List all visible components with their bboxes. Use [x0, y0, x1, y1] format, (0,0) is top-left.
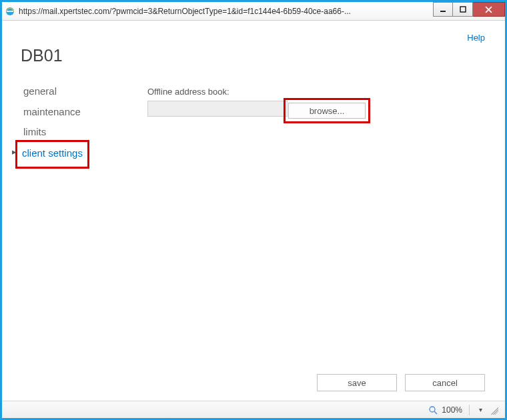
svg-rect-2 [440, 11, 446, 12]
highlight-client-settings: client settings [18, 143, 87, 167]
sidebar-item-client-settings[interactable]: client settings [19, 143, 83, 164]
zoom-dropdown-arrow[interactable]: ▾ [476, 405, 485, 415]
app-window: https://mail.xpertstec.com/?pwmcid=3&Ret… [0, 0, 507, 420]
save-button[interactable]: save [317, 374, 397, 391]
body-row: general maintenance limits client settin… [21, 81, 485, 166]
oab-input[interactable] [147, 101, 288, 117]
oab-field-label: Offline address book: [147, 87, 485, 97]
minimize-button[interactable] [433, 2, 453, 17]
svg-rect-3 [460, 7, 466, 12]
main-panel: Offline address book: browse... [141, 81, 485, 166]
help-link[interactable]: Help [467, 33, 485, 43]
window-buttons [433, 2, 505, 20]
sidebar: general maintenance limits client settin… [21, 81, 141, 166]
statusbar: 100% ▾ [2, 401, 505, 418]
svg-point-4 [430, 407, 435, 412]
sidebar-item-limits[interactable]: limits [21, 122, 141, 143]
footer-buttons: save cancel [317, 374, 485, 391]
highlight-browse: browse... [286, 101, 368, 121]
close-button[interactable] [473, 2, 505, 17]
cancel-button[interactable]: cancel [405, 374, 485, 391]
browse-button[interactable]: browse... [288, 103, 366, 119]
maximize-button[interactable] [453, 2, 473, 17]
svg-rect-1 [7, 11, 13, 12]
resize-grip-icon[interactable] [489, 405, 498, 415]
zoom-level: 100% [442, 405, 462, 415]
page-content: Help DB01 general maintenance limits cli… [2, 21, 505, 401]
page-title: DB01 [21, 46, 485, 65]
svg-line-5 [434, 411, 437, 414]
status-separator [469, 405, 470, 415]
ie-logo-icon [5, 6, 15, 17]
sidebar-item-maintenance[interactable]: maintenance [21, 102, 141, 123]
address-bar-url: https://mail.xpertstec.com/?pwmcid=3&Ret… [19, 7, 433, 16]
titlebar: https://mail.xpertstec.com/?pwmcid=3&Ret… [2, 2, 505, 21]
zoom-magnifier-icon[interactable] [428, 405, 438, 415]
oab-field-row: browse... [147, 101, 485, 121]
sidebar-item-general[interactable]: general [21, 81, 141, 102]
